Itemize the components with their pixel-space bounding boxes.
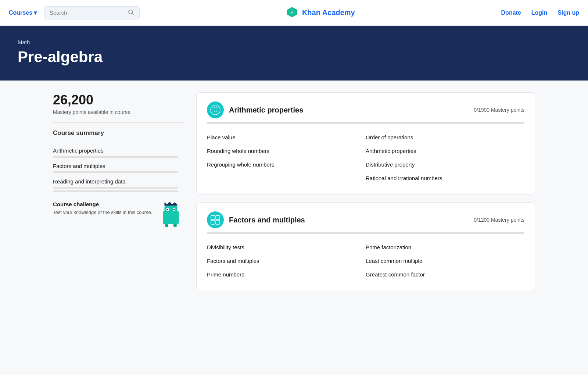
unit-card-arithmetic-header: + − × ÷ Arithmetic properties 0/1900 Mas… [207,101,524,118]
sidebar-divider-2 [53,142,184,142]
unit-mastery-factors: 0/1200 Mastery points [474,217,524,223]
course-challenge[interactable]: Course challenge Test your knowledge of … [53,201,184,227]
svg-marker-6 [165,202,178,206]
unit-title-factors[interactable]: Factors and multiples [229,216,305,224]
mastery-points-number: 26,200 [53,92,184,108]
sidebar-item-reading[interactable]: Reading and interpreting data [53,178,184,192]
challenge-desc: Test your knowledge of the skills in thi… [53,209,152,216]
topic-prime-factorization[interactable]: Prime factorization [366,241,524,253]
progress-bar-reading-2 [53,190,178,192]
topic-place-value[interactable]: Place value [207,131,366,143]
topic-divisibility[interactable]: Divisibility tests [207,241,366,253]
svg-line-1 [132,13,133,15]
chevron-down-icon: ▾ [34,9,37,16]
units-section: + − × ÷ Arithmetic properties 0/1900 Mas… [196,92,535,291]
progress-bar-reading-1 [53,187,178,189]
svg-rect-19 [216,220,220,224]
search-icon [128,9,134,17]
unit-progress-factors [207,232,524,234]
unit-header-left-arithmetic: + − × ÷ Arithmetic properties [207,101,303,118]
courses-label: Courses [9,10,32,16]
topic-gcf[interactable]: Greatest common factor [366,268,524,281]
topic-rounding[interactable]: Rounding whole numbers [207,145,366,157]
svg-rect-11 [165,224,169,227]
topic-arithmetic-props[interactable]: Arithmetic properties [366,145,524,157]
page-title: Pre-algebra [18,48,570,66]
ka-logo-text: Khan Academy [302,8,355,17]
unit-icon-factors [207,211,224,228]
sidebar: 26,200 Mastery points available in cours… [53,92,196,291]
sidebar-item-factors-label: Factors and multiples [53,163,184,169]
nav-right: Donate Login Sign up [501,10,579,16]
unit-header-left-factors: Factors and multiples [207,211,305,228]
svg-rect-10 [173,209,175,210]
svg-rect-9 [167,209,169,210]
svg-text:× ÷: × ÷ [214,110,217,113]
topic-empty-left [207,172,366,184]
main-content: 26,200 Mastery points available in cours… [44,81,544,303]
svg-rect-18 [211,220,215,224]
unit-card-factors: Factors and multiples 0/1200 Mastery poi… [196,202,535,291]
sidebar-item-reading-label: Reading and interpreting data [53,178,184,185]
course-summary-title: Course summary [53,129,184,137]
svg-text:✓: ✓ [290,10,294,15]
search-bar[interactable] [44,6,140,19]
svg-rect-17 [216,215,220,219]
topic-regrouping[interactable]: Regrouping whole numbers [207,158,366,171]
unit-icon-arithmetic: + − × ÷ [207,101,224,118]
svg-rect-16 [211,215,215,219]
mastery-points-label: Mastery points available in course [53,109,184,115]
hero-breadcrumb: Math [18,39,570,45]
mascot-icon [158,201,184,227]
svg-text:+ −: + − [214,106,217,109]
progress-bar-arithmetic [53,156,178,158]
unit-title-arithmetic[interactable]: Arithmetic properties [229,106,303,114]
unit-topics-arithmetic: Place value Order of operations Rounding… [207,131,524,184]
unit-progress-arithmetic [207,122,524,124]
signup-link[interactable]: Sign up [557,10,579,16]
search-input[interactable] [50,10,125,16]
courses-button[interactable]: Courses ▾ [9,9,37,16]
nav-center: ✓ Khan Academy [140,6,501,20]
topic-lcm[interactable]: Least common multiple [366,255,524,267]
ka-logo-icon: ✓ [286,6,298,20]
challenge-title: Course challenge [53,201,152,207]
unit-topics-factors: Divisibility tests Prime factorization F… [207,241,524,281]
topic-prime-numbers[interactable]: Prime numbers [207,268,366,281]
svg-rect-12 [173,224,177,227]
sidebar-item-factors[interactable]: Factors and multiples [53,163,184,173]
navbar: Courses ▾ ✓ Khan Academy Donate Login Si… [0,0,588,26]
donate-link[interactable]: Donate [501,10,521,16]
unit-card-arithmetic: + − × ÷ Arithmetic properties 0/1900 Mas… [196,92,535,195]
login-link[interactable]: Login [531,10,548,16]
topic-distributive[interactable]: Distributive property [366,158,524,171]
hero-banner: Math Pre-algebra [0,26,588,81]
unit-card-factors-header: Factors and multiples 0/1200 Mastery poi… [207,211,524,228]
progress-bar-factors [53,171,178,173]
topic-factors-multiples[interactable]: Factors and multiples [207,255,366,267]
unit-mastery-arithmetic: 0/1900 Mastery points [474,107,524,113]
topic-rational[interactable]: Rational and irrational numbers [366,172,524,184]
sidebar-item-arithmetic[interactable]: Arithmetic properties [53,147,184,158]
nav-left: Courses ▾ [9,6,140,19]
sidebar-item-arithmetic-label: Arithmetic properties [53,147,184,154]
sidebar-divider-1 [53,122,184,123]
topic-order-operations[interactable]: Order of operations [366,131,524,143]
challenge-text: Course challenge Test your knowledge of … [53,201,152,216]
